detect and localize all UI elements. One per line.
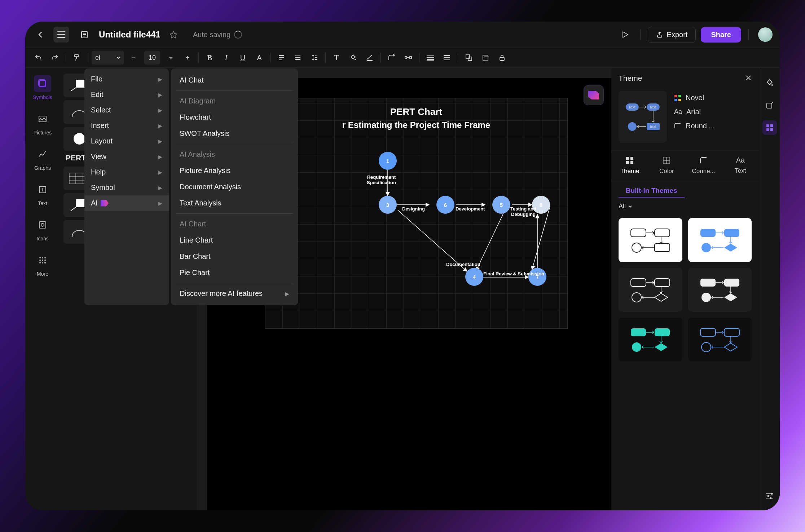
export-button[interactable]: Export [648,27,696,43]
edge-add-layer-button[interactable] [762,98,777,112]
group-button[interactable] [462,50,476,65]
line-spacing-button[interactable] [307,50,322,65]
format-painter-button[interactable] [70,50,84,65]
redo-button[interactable] [48,50,62,65]
arrange-button[interactable] [478,50,493,65]
close-theme-button[interactable]: ✕ [745,74,752,83]
submenu-swot[interactable]: SWOT Analysis [171,125,298,142]
menu-ai[interactable]: AI▶ [84,195,169,211]
edge-fill-button[interactable] [762,76,777,90]
menu-file[interactable]: File▶ [84,71,169,87]
line-weight-button[interactable] [423,50,437,65]
border-button[interactable] [440,50,454,65]
user-avatar[interactable] [758,27,773,42]
current-theme-thumb[interactable]: text text text [619,91,667,143]
pert-node-1[interactable]: 1 [379,152,397,170]
theme-filter-all[interactable]: All [611,198,759,215]
svg-rect-7 [483,55,488,60]
file-title[interactable]: Untitled file441 [99,30,160,40]
theme-preset-3[interactable] [619,268,682,312]
menu-symbol[interactable]: Symbol▶ [84,180,169,195]
submenu-document-analysis[interactable]: Document Analysis [171,179,298,195]
spinner-icon [234,31,242,39]
submenu-bar-chart[interactable]: Bar Chart [171,248,298,265]
submenu-pie-chart[interactable]: Pie Chart [171,265,298,281]
submenu-discover-more[interactable]: Discover more AI features▶ [171,285,298,302]
rail-pictures[interactable]: Pictures [34,110,52,136]
edge-settings-button[interactable] [762,489,777,503]
rail-icons[interactable]: Icons [34,216,51,241]
edge-theme-button[interactable] [762,120,777,135]
rail-more[interactable]: More [34,252,51,277]
menu-edit[interactable]: Edit▶ [84,87,169,102]
bold-button[interactable]: B [202,50,217,65]
theme-tab-theme[interactable]: Theme [611,151,648,180]
menu-help[interactable]: Help▶ [84,164,169,180]
svg-rect-76 [700,328,716,336]
pert-node-3[interactable]: 3 [379,196,397,214]
italic-button[interactable]: I [219,50,233,65]
font-size-input[interactable]: 10 [144,51,160,65]
document-page[interactable]: PERT Chart r Estimating the Project Time… [265,98,568,329]
submenu-line-chart[interactable]: Line Chart [171,232,298,248]
connector-button[interactable] [384,50,399,65]
edge-label-designing: Designing [402,207,425,212]
favorite-button[interactable] [166,27,181,43]
rail-text[interactable]: T Text [34,181,51,206]
theme-preset-2[interactable] [688,218,752,262]
ai-assistant-button[interactable] [584,85,604,105]
distribute-button[interactable] [401,50,415,65]
theme-preset-5[interactable] [619,318,682,362]
font-size-decrease[interactable]: − [126,50,141,65]
theme-preset-6[interactable] [688,318,752,362]
font-color-button[interactable]: A [252,50,267,65]
theme-name: Novel [686,94,704,102]
submenu-ai-chat[interactable]: AI Chat [171,72,298,88]
pert-node-7[interactable]: 7 [528,268,546,286]
undo-button[interactable] [31,50,45,65]
main-menu-button[interactable] [53,27,69,43]
pert-node-6[interactable]: 6 [436,196,454,214]
submenu-picture-analysis[interactable]: Picture Analysis [171,163,298,179]
list-button[interactable] [291,50,305,65]
svg-point-62 [632,243,641,252]
menu-view[interactable]: View▶ [84,149,169,164]
theme-tab-theme-label: Theme [620,168,639,175]
lock-button[interactable] [495,50,509,65]
svg-rect-60 [631,229,646,237]
menu-symbol-label: Symbol [91,183,115,192]
submenu-text-analysis[interactable]: Text Analysis [171,195,298,211]
submenu-flowchart[interactable]: Flowchart [171,109,298,125]
theme-name-icon [674,94,681,102]
svg-point-24 [42,262,43,263]
font-size-dropdown[interactable] [164,50,178,65]
pert-node-4[interactable]: 4 [465,268,483,286]
theme-tab-text[interactable]: AaText [722,151,759,180]
fill-color-button[interactable] [346,50,360,65]
theme-tab-color[interactable]: Color [648,151,685,180]
svg-point-23 [39,262,41,263]
text-tool-button[interactable]: T [329,50,344,65]
svg-rect-51 [674,99,677,101]
graphs-icon [34,146,51,163]
share-button[interactable]: Share [701,27,741,43]
built-in-themes-header[interactable]: Built-in Themes [619,180,685,198]
line-style-button[interactable] [362,50,377,65]
theme-preset-1[interactable] [619,218,682,262]
app-window: Untitled file441 Auto saving Export Shar… [25,22,780,510]
font-family-select[interactable]: ei [92,51,124,65]
back-button[interactable] [32,27,48,43]
menu-insert[interactable]: Insert▶ [84,118,169,133]
theme-tab-connector[interactable]: Conne... [685,151,722,180]
theme-preset-4[interactable] [688,268,752,312]
underline-button[interactable]: U [236,50,250,65]
pert-node-5[interactable]: 5 [492,196,510,214]
align-button[interactable] [274,50,289,65]
menu-layout[interactable]: Layout▶ [84,133,169,149]
rail-symbols[interactable]: Symbols [33,75,52,100]
menu-select[interactable]: Select▶ [84,102,169,118]
theme-font: Arial [686,108,701,116]
font-size-increase[interactable]: + [180,50,195,65]
present-button[interactable] [617,27,633,43]
rail-graphs[interactable]: Graphs [34,146,51,171]
